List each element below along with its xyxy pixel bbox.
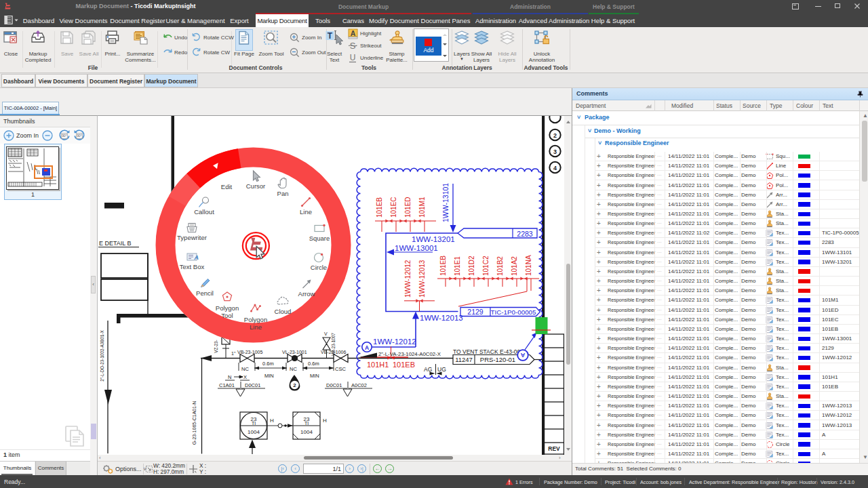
svg-text:1004: 1004 bbox=[300, 429, 313, 435]
svg-text:TI: TI bbox=[252, 421, 256, 426]
svg-text:90°: 90° bbox=[77, 134, 81, 138]
svg-text:101NA: 101NA bbox=[525, 255, 532, 276]
svg-text:101B2: 101B2 bbox=[496, 256, 504, 276]
svg-text:A: A bbox=[194, 254, 199, 261]
svg-text:101EB: 101EB bbox=[393, 361, 415, 369]
svg-text:CSC: CSC bbox=[335, 366, 346, 372]
svg-text:Line: Line bbox=[250, 323, 262, 331]
svg-text:11247: 11247 bbox=[455, 356, 473, 363]
svg-text:2"-L-DO-23-1002-A3B01-X: 2"-L-DO-23-1002-A3B01-X bbox=[100, 330, 104, 382]
svg-text:X: X bbox=[243, 374, 247, 380]
svg-text:TIC-1P0-00005: TIC-1P0-00005 bbox=[491, 308, 537, 316]
svg-text:2"-L-VA-23-1024-A0C02-X: 2"-L-VA-23-1024-A0C02-X bbox=[378, 351, 441, 357]
svg-text:MIN: MIN bbox=[264, 373, 274, 379]
svg-text:C1A01: C1A01 bbox=[219, 382, 235, 388]
svg-text:AG: AG bbox=[424, 366, 432, 373]
svg-text:1": 1" bbox=[231, 351, 236, 356]
svg-text:1WW-13001: 1WW-13001 bbox=[395, 244, 438, 252]
svg-text:NC: NC bbox=[290, 366, 297, 372]
svg-text:VB-23-1006: VB-23-1006 bbox=[321, 350, 346, 354]
svg-text:Polygon: Polygon bbox=[244, 316, 267, 323]
svg-text:MIN: MIN bbox=[310, 373, 319, 379]
svg-text:VZ-23-: VZ-23- bbox=[214, 340, 218, 352]
svg-text:Callout: Callout bbox=[194, 208, 214, 216]
svg-text:Edit: Edit bbox=[221, 183, 233, 190]
svg-text:101EB: 101EB bbox=[439, 256, 447, 276]
svg-text:UG: UG bbox=[437, 366, 446, 373]
svg-text:Text Box: Text Box bbox=[180, 263, 205, 270]
svg-text:2283: 2283 bbox=[517, 230, 533, 238]
svg-text:TO VENT STACK E-43-001: TO VENT STACK E-43-001 bbox=[453, 348, 524, 355]
svg-text:D0C01: D0C01 bbox=[245, 382, 260, 388]
svg-text:H: H bbox=[270, 418, 274, 424]
svg-text:0.6m: 0.6m bbox=[308, 361, 319, 367]
svg-text:Line: Line bbox=[300, 208, 312, 216]
svg-text:A: A bbox=[365, 344, 369, 351]
svg-text:TI: TI bbox=[304, 421, 309, 426]
svg-text:1WW-12013: 1WW-12013 bbox=[418, 260, 426, 298]
svg-text:4: 4 bbox=[553, 165, 557, 171]
svg-text:101C2: 101C2 bbox=[482, 256, 490, 276]
svg-text:3: 3 bbox=[553, 148, 557, 155]
svg-text:2: 2 bbox=[553, 132, 557, 139]
svg-text:1WW-13101: 1WW-13101 bbox=[441, 183, 450, 222]
svg-text:A: A bbox=[351, 29, 356, 37]
svg-text:101M1: 101M1 bbox=[418, 197, 426, 218]
svg-text:T: T bbox=[328, 31, 333, 41]
svg-text:Circle: Circle bbox=[311, 264, 327, 271]
svg-text:Polygon: Polygon bbox=[216, 304, 239, 312]
svg-text:Pan: Pan bbox=[277, 190, 289, 197]
svg-text:Cloud: Cloud bbox=[275, 308, 292, 315]
svg-text:2: 2 bbox=[293, 382, 296, 388]
svg-text:1WW-12012: 1WW-12012 bbox=[404, 260, 412, 298]
svg-text:0.6m: 0.6m bbox=[262, 361, 274, 367]
svg-text:101E1: 101E1 bbox=[454, 256, 461, 276]
svg-text:VB-23-1005: VB-23-1005 bbox=[237, 350, 262, 354]
svg-text:A: A bbox=[520, 352, 525, 359]
svg-text:VL-23-1001: VL-23-1001 bbox=[282, 350, 307, 354]
svg-text:2129: 2129 bbox=[467, 308, 484, 316]
svg-text:A0C02: A0C02 bbox=[351, 382, 367, 388]
svg-text:Square: Square bbox=[309, 235, 330, 242]
svg-text:101EC: 101EC bbox=[390, 197, 397, 218]
svg-text:N: N bbox=[228, 374, 231, 380]
svg-text:PRS-120-01: PRS-120-01 bbox=[480, 356, 515, 363]
svg-text:90°: 90° bbox=[62, 134, 66, 138]
svg-text:V: V bbox=[324, 331, 328, 336]
svg-text:REV: REV bbox=[548, 445, 560, 452]
svg-text:E DETAIL B: E DETAIL B bbox=[99, 240, 132, 247]
svg-text:H: H bbox=[323, 418, 327, 424]
svg-text:Arrow: Arrow bbox=[298, 290, 315, 298]
svg-text:Pencil: Pencil bbox=[196, 289, 214, 297]
svg-text:1WW-13201: 1WW-13201 bbox=[412, 235, 455, 243]
svg-text:101A2: 101A2 bbox=[511, 256, 518, 276]
svg-text:1WW-12013: 1WW-12013 bbox=[420, 314, 463, 322]
svg-text:101D2: 101D2 bbox=[468, 256, 475, 276]
svg-text:G-23-1065-C1A01-N: G-23-1065-C1A01-N bbox=[192, 401, 197, 445]
svg-text:101H1: 101H1 bbox=[367, 361, 389, 369]
svg-text:U: U bbox=[350, 53, 356, 62]
svg-text:Cursor: Cursor bbox=[246, 182, 266, 190]
svg-text:Tool: Tool bbox=[221, 312, 233, 319]
svg-text:101EB: 101EB bbox=[376, 197, 383, 218]
svg-text:D0C01: D0C01 bbox=[326, 382, 342, 388]
svg-text:1004: 1004 bbox=[248, 429, 260, 435]
svg-text:NC: NC bbox=[241, 366, 249, 372]
svg-text:101ED: 101ED bbox=[404, 197, 412, 218]
svg-text:1WW-12012: 1WW-12012 bbox=[373, 338, 416, 346]
svg-text:Typewriter: Typewriter bbox=[177, 234, 207, 241]
